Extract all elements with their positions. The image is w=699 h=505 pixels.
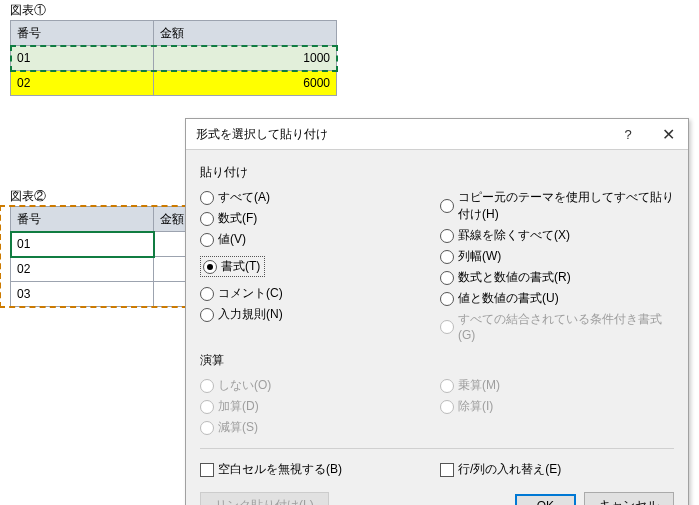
opt-colwidth[interactable]: 列幅(W): [440, 248, 674, 265]
radio-icon: [440, 379, 454, 393]
paste-special-dialog: 形式を選択して貼り付け ? ✕ 貼り付け すべて(A) 数式(F) 値(V) 書…: [185, 118, 689, 505]
opt-comment[interactable]: コメント(C): [200, 285, 440, 302]
table2-row[interactable]: 02: [11, 257, 197, 282]
opt-all[interactable]: すべて(A): [200, 189, 440, 206]
cell-num[interactable]: 01: [11, 46, 154, 71]
table1-header-amount: 金額: [154, 21, 337, 46]
radio-icon: [200, 287, 214, 301]
opt-theme[interactable]: コピー元のテーマを使用してすべて貼り付け(H): [440, 189, 674, 223]
ok-button[interactable]: OK: [515, 494, 576, 506]
table2-row[interactable]: 01: [11, 232, 197, 257]
separator: [200, 448, 674, 449]
cell-amount[interactable]: 1000: [154, 46, 337, 71]
table1-header-num: 番号: [11, 21, 154, 46]
cell-num[interactable]: 01: [11, 232, 154, 257]
radio-icon: [200, 191, 214, 205]
section-paste-label: 貼り付け: [200, 164, 674, 181]
dialog-title: 形式を選択して貼り付け: [196, 126, 608, 143]
opt-noborder[interactable]: 罫線を除くすべて(X): [440, 227, 674, 244]
radio-icon: [200, 400, 214, 414]
opt-formula[interactable]: 数式(F): [200, 210, 440, 227]
radio-icon: [440, 400, 454, 414]
dialog-titlebar[interactable]: 形式を選択して貼り付け ? ✕: [186, 119, 688, 150]
table2-header-num: 番号: [11, 207, 154, 232]
opt-condfmt: すべての結合されている条件付き書式(G): [440, 311, 674, 342]
opt-value[interactable]: 値(V): [200, 231, 440, 248]
opt-valnum[interactable]: 値と数値の書式(U): [440, 290, 674, 307]
table1: 番号 金額 01 1000 02 6000: [10, 20, 337, 96]
radio-icon: [200, 421, 214, 435]
paste-link-button: リンク貼り付け(L): [200, 492, 329, 505]
opt-add: 加算(D): [200, 398, 440, 415]
table2: 番号 金額 01 02 03: [10, 206, 197, 307]
table1-label: 図表①: [10, 2, 699, 19]
cell-num[interactable]: 02: [11, 257, 154, 282]
cell-amount[interactable]: 6000: [154, 71, 337, 96]
opt-sub: 減算(S): [200, 419, 440, 436]
radio-icon: [440, 292, 454, 306]
opt-formnum[interactable]: 数式と数値の書式(R): [440, 269, 674, 286]
opt-format[interactable]: 書式(T): [200, 256, 265, 277]
radio-icon: [440, 320, 454, 334]
opt-validation[interactable]: 入力規則(N): [200, 306, 440, 323]
cell-num[interactable]: 03: [11, 282, 154, 307]
help-button[interactable]: ?: [608, 119, 648, 149]
chk-transpose[interactable]: 行/列の入れ替え(E): [440, 461, 674, 478]
radio-icon: [440, 271, 454, 285]
checkbox-icon: [440, 463, 454, 477]
radio-icon: [200, 233, 214, 247]
chk-skipblank[interactable]: 空白セルを無視する(B): [200, 461, 440, 478]
close-button[interactable]: ✕: [648, 119, 688, 149]
radio-icon: [203, 260, 217, 274]
cell-num[interactable]: 02: [11, 71, 154, 96]
radio-icon: [440, 199, 454, 213]
opt-div: 除算(I): [440, 398, 674, 415]
table1-row[interactable]: 01 1000: [11, 46, 337, 71]
opt-mul: 乗算(M): [440, 377, 674, 394]
radio-icon: [200, 212, 214, 226]
cancel-button[interactable]: キャンセル: [584, 492, 674, 505]
opt-none: しない(O): [200, 377, 440, 394]
radio-icon: [440, 229, 454, 243]
checkbox-icon: [200, 463, 214, 477]
table2-row[interactable]: 03: [11, 282, 197, 307]
radio-icon: [200, 379, 214, 393]
section-calc-label: 演算: [200, 352, 674, 369]
radio-icon: [200, 308, 214, 322]
table1-row[interactable]: 02 6000: [11, 71, 337, 96]
radio-icon: [440, 250, 454, 264]
